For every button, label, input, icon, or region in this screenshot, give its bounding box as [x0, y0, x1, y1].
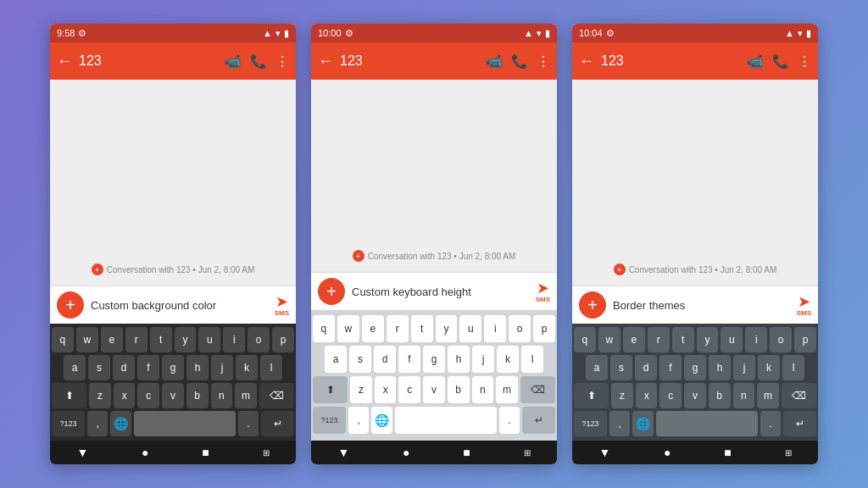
key-space-2[interactable]: [395, 407, 497, 434]
key-e-2[interactable]: e: [362, 315, 384, 342]
key-enter-3[interactable]: ↵: [783, 411, 816, 436]
key-delete-2[interactable]: ⌫: [520, 376, 555, 403]
key-l-3[interactable]: l: [782, 355, 804, 380]
key-b-3[interactable]: b: [709, 383, 731, 408]
key-z[interactable]: z: [89, 383, 111, 408]
key-r-3[interactable]: r: [648, 327, 670, 352]
key-q-2[interactable]: q: [313, 315, 335, 342]
video-icon-2[interactable]: 📹: [486, 53, 503, 69]
key-enter-1[interactable]: ↵: [261, 411, 294, 436]
nav-keyboard-3[interactable]: ⊞: [785, 448, 792, 458]
nav-home-1[interactable]: ●: [142, 446, 148, 459]
key-c[interactable]: c: [137, 383, 159, 408]
key-shift-2[interactable]: ⬆: [313, 376, 348, 403]
key-q[interactable]: q: [52, 327, 74, 352]
key-r[interactable]: r: [125, 327, 147, 352]
key-m-2[interactable]: m: [496, 376, 518, 403]
key-g-2[interactable]: g: [423, 346, 445, 373]
key-globe-2[interactable]: 🌐: [371, 407, 392, 434]
key-x-3[interactable]: x: [636, 383, 658, 408]
key-h[interactable]: h: [186, 355, 209, 380]
key-shift-3[interactable]: ⬆: [574, 383, 609, 408]
back-button-2[interactable]: ←: [318, 53, 333, 70]
key-o-3[interactable]: o: [770, 327, 792, 352]
key-o[interactable]: o: [248, 327, 270, 352]
key-h-2[interactable]: h: [448, 346, 470, 373]
key-n[interactable]: n: [211, 383, 233, 408]
key-num-3[interactable]: ?123: [574, 411, 607, 436]
add-button-1[interactable]: +: [57, 291, 84, 319]
key-e-3[interactable]: e: [623, 327, 645, 352]
key-j[interactable]: j: [211, 355, 233, 380]
key-delete-3[interactable]: ⌫: [782, 383, 816, 408]
text-input-3[interactable]: Border themes: [613, 299, 790, 312]
nav-back-1[interactable]: ▼: [76, 446, 88, 459]
key-globe-3[interactable]: 🌐: [632, 411, 653, 436]
key-globe-1[interactable]: 🌐: [110, 411, 131, 436]
add-button-3[interactable]: +: [579, 291, 606, 319]
key-w-2[interactable]: w: [337, 315, 359, 342]
send-button-2[interactable]: ➤ SMS: [536, 280, 550, 303]
key-g[interactable]: g: [162, 355, 184, 380]
nav-keyboard-2[interactable]: ⊞: [524, 448, 531, 458]
nav-recents-1[interactable]: ■: [202, 446, 209, 459]
key-z-3[interactable]: z: [611, 383, 633, 408]
phone-icon-1[interactable]: 📞: [250, 53, 267, 69]
key-r-2[interactable]: r: [387, 315, 409, 342]
phone-icon-2[interactable]: 📞: [511, 53, 528, 69]
key-f-3[interactable]: f: [659, 355, 682, 380]
key-d-2[interactable]: d: [374, 346, 396, 373]
key-enter-2[interactable]: ↵: [522, 407, 555, 434]
key-q-3[interactable]: q: [574, 327, 596, 352]
key-u-2[interactable]: u: [459, 315, 481, 342]
nav-back-3[interactable]: ▼: [598, 446, 610, 459]
key-i[interactable]: i: [223, 327, 245, 352]
key-a-2[interactable]: a: [325, 346, 347, 373]
key-j-3[interactable]: j: [733, 355, 755, 380]
key-shift-1[interactable]: ⬆: [52, 383, 86, 408]
key-v-3[interactable]: v: [684, 383, 706, 408]
nav-keyboard-1[interactable]: ⊞: [263, 448, 270, 458]
send-button-3[interactable]: ➤ SMS: [797, 294, 811, 317]
key-f-2[interactable]: f: [398, 346, 420, 373]
nav-home-3[interactable]: ●: [664, 446, 670, 459]
key-k-2[interactable]: k: [497, 346, 519, 373]
key-period-3[interactable]: .: [760, 411, 781, 436]
key-v-2[interactable]: v: [423, 376, 445, 403]
add-button-2[interactable]: +: [318, 278, 345, 305]
key-period-1[interactable]: .: [238, 411, 259, 436]
key-c-2[interactable]: c: [398, 376, 420, 403]
key-m[interactable]: m: [235, 383, 257, 408]
video-icon-1[interactable]: 📹: [225, 53, 242, 69]
key-p-3[interactable]: p: [794, 327, 816, 352]
key-g-3[interactable]: g: [684, 355, 706, 380]
key-x[interactable]: x: [114, 383, 136, 408]
key-f[interactable]: f: [137, 355, 159, 380]
key-space-3[interactable]: [656, 411, 758, 436]
key-t-2[interactable]: t: [411, 315, 433, 342]
video-icon-3[interactable]: 📹: [747, 53, 764, 69]
key-b-2[interactable]: b: [448, 376, 470, 403]
key-k-3[interactable]: k: [758, 355, 780, 380]
nav-home-2[interactable]: ●: [403, 446, 409, 459]
key-d-3[interactable]: d: [635, 355, 657, 380]
nav-recents-3[interactable]: ■: [724, 446, 731, 459]
text-input-2[interactable]: Custom keyboard height: [352, 286, 529, 298]
key-space-1[interactable]: [134, 411, 236, 436]
key-l-2[interactable]: l: [521, 346, 543, 373]
key-c-3[interactable]: c: [659, 383, 682, 408]
key-p-2[interactable]: p: [533, 315, 555, 342]
key-y-2[interactable]: y: [436, 315, 458, 342]
key-y[interactable]: y: [175, 327, 197, 352]
key-z-2[interactable]: z: [350, 376, 372, 403]
phone-icon-3[interactable]: 📞: [772, 53, 789, 69]
key-i-2[interactable]: i: [484, 315, 506, 342]
key-w[interactable]: w: [76, 327, 98, 352]
key-j-2[interactable]: j: [472, 346, 494, 373]
key-comma-2[interactable]: ,: [348, 407, 369, 434]
back-button-3[interactable]: ←: [579, 53, 594, 70]
key-t[interactable]: t: [150, 327, 172, 352]
key-i-3[interactable]: i: [745, 327, 767, 352]
key-h-3[interactable]: h: [709, 355, 731, 380]
key-k[interactable]: k: [236, 355, 258, 380]
